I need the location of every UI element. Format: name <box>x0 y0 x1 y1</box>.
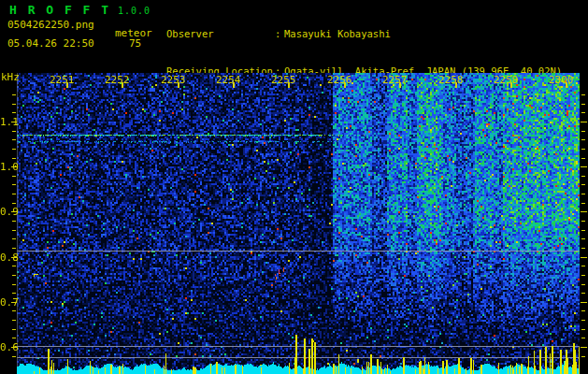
freq-tick-right <box>581 338 585 338</box>
time-tick-label: 2251 <box>50 74 75 86</box>
freq-tick-left <box>12 320 16 321</box>
hrofft-window: H R O F F T 1.0.0 0504262250.png meteor … <box>0 0 588 374</box>
freq-tick-right <box>581 203 585 204</box>
freq-tick-right <box>581 176 585 177</box>
freq-tick-right <box>581 356 585 357</box>
freq-tick-left <box>12 149 16 150</box>
freq-tick-right <box>581 230 585 231</box>
time-tick-label: 2258 <box>438 74 464 86</box>
freq-tick-right <box>581 347 587 348</box>
time-tick-label: 2259 <box>494 74 519 86</box>
freq-tick-left <box>11 257 17 258</box>
freq-tick-right <box>581 149 585 150</box>
observation-datetime: 05.04.26 22:50 <box>7 37 94 50</box>
time-tick-mark <box>510 82 512 88</box>
freq-tick-right <box>581 302 587 303</box>
time-tick-mark <box>344 82 346 88</box>
freq-tick-right <box>581 194 585 194</box>
time-tick-mark <box>455 82 457 88</box>
time-tick-mark <box>66 82 68 88</box>
freq-tick-right <box>581 284 585 285</box>
freq-tick-right <box>581 257 587 258</box>
freq-tick-left <box>12 329 16 330</box>
frequency-axis-unit: kHz <box>1 71 20 83</box>
freq-tick-left <box>12 310 16 311</box>
freq-tick-left <box>11 122 17 122</box>
time-tick-label: 2257 <box>382 74 408 86</box>
freq-tick-right <box>581 329 585 330</box>
freq-tick-right <box>581 221 585 222</box>
time-tick-mark <box>178 82 179 88</box>
freq-tick-right <box>581 310 585 311</box>
freq-tick-right <box>581 184 585 185</box>
freq-tick-left <box>12 284 16 285</box>
freq-tick-left <box>12 356 16 357</box>
freq-tick-right <box>581 320 585 321</box>
time-tick-mark <box>566 82 567 88</box>
app-version: 1.0.0 <box>118 6 151 16</box>
time-tick-label: 2300 <box>549 74 574 86</box>
freq-tick-right <box>581 275 585 276</box>
freq-tick-left <box>12 266 16 266</box>
freq-tick-right <box>581 94 585 95</box>
freq-tick-right <box>581 112 585 113</box>
freq-tick-left <box>12 275 16 276</box>
time-tick-mark <box>288 82 290 88</box>
freq-tick-left <box>11 302 17 303</box>
freq-tick-left <box>12 139 16 140</box>
freq-tick-right <box>581 122 587 122</box>
freq-tick-left <box>12 338 16 338</box>
freq-tick-right <box>581 166 587 167</box>
freq-tick-left <box>12 184 16 185</box>
info-row-observer: Observer:Masayuki Kobayashi <box>166 28 562 40</box>
freq-tick-left <box>12 131 16 132</box>
info-label: Observer <box>166 28 275 40</box>
freq-tick-left <box>12 104 16 105</box>
freq-tick-left <box>12 238 16 239</box>
time-tick-label: 2256 <box>327 74 352 86</box>
time-tick-mark <box>122 82 123 88</box>
freq-tick-left <box>12 221 16 222</box>
spectrogram-canvas <box>17 73 580 374</box>
freq-tick-right <box>581 104 585 105</box>
freq-tick-left <box>12 158 16 159</box>
freq-tick-right <box>581 139 585 140</box>
time-tick-label: 2252 <box>105 74 130 86</box>
freq-tick-right <box>581 131 585 132</box>
freq-tick-right <box>581 158 585 159</box>
freq-tick-left <box>12 112 16 113</box>
time-tick-label: 2253 <box>161 74 186 86</box>
freq-tick-right <box>581 211 587 212</box>
info-colon: : <box>275 28 284 40</box>
freq-tick-left <box>12 248 16 249</box>
freq-tick-right <box>581 238 585 239</box>
app-title: H R O F F T <box>9 3 110 17</box>
echo-count: 75 <box>129 37 141 50</box>
time-tick-label: 2254 <box>216 74 241 86</box>
freq-tick-left <box>11 166 17 167</box>
info-value: Masayuki Kobayashi <box>284 28 391 40</box>
freq-tick-left <box>12 203 16 204</box>
time-tick-label: 2255 <box>271 74 296 86</box>
freq-tick-right <box>581 248 585 249</box>
freq-tick-left <box>12 176 16 177</box>
output-filename: 0504262250.png <box>7 19 94 31</box>
freq-tick-left <box>12 230 16 231</box>
freq-tick-left <box>12 194 16 194</box>
freq-tick-right <box>581 266 585 266</box>
time-tick-mark <box>233 82 235 88</box>
time-tick-mark <box>399 82 401 88</box>
freq-tick-right <box>581 293 585 294</box>
freq-tick-left <box>11 347 17 348</box>
freq-tick-left <box>12 293 16 294</box>
freq-tick-left <box>11 211 17 212</box>
freq-tick-left <box>12 94 16 95</box>
